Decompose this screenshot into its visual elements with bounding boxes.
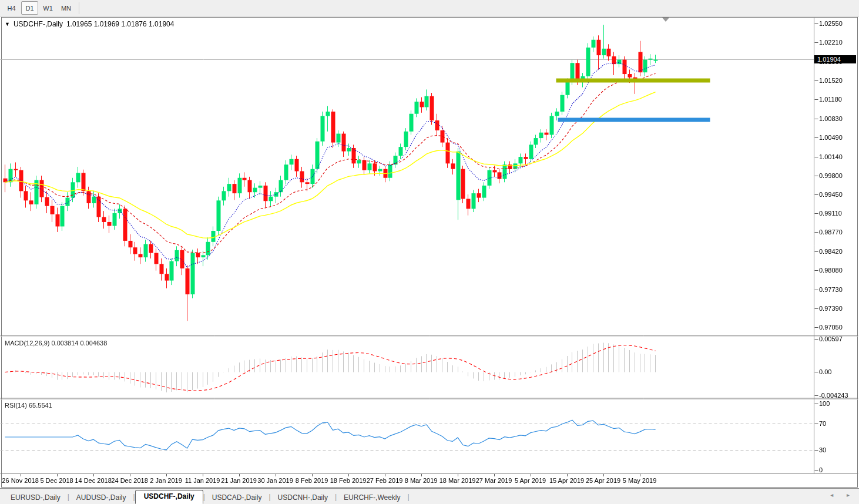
price-axis-label: 1.00140 bbox=[819, 153, 843, 160]
price-axis-label: 0.97390 bbox=[819, 305, 843, 312]
macd-indicator-label: MACD(12,26,9) 0.003814 0.004638 bbox=[5, 340, 107, 347]
date-axis-label: 21 Jan 2019 bbox=[221, 477, 257, 484]
macd-values: 0.003814 0.004638 bbox=[51, 340, 107, 347]
price-axis-label: 1.01520 bbox=[819, 77, 843, 84]
symbol-tab-usdcnh[interactable]: USDCNH-,Daily bbox=[271, 492, 335, 504]
current-price-tag: 1.01904 bbox=[814, 55, 856, 63]
date-axis-label: 15 Apr 2019 bbox=[549, 477, 584, 484]
price-axis-label: 0.97730 bbox=[819, 286, 843, 293]
symbol-tab-eurusd[interactable]: EURUSD-,Daily bbox=[4, 492, 68, 504]
price-chart-canvas[interactable] bbox=[0, 0, 859, 504]
price-axis-label: 0.98770 bbox=[819, 229, 843, 236]
price-axis-label: 0.98420 bbox=[819, 248, 843, 255]
date-axis-label: 26 Nov 2018 bbox=[2, 477, 38, 484]
price-axis-label: 1.02210 bbox=[819, 39, 843, 46]
date-axis-label: 8 Feb 2019 bbox=[296, 477, 328, 484]
macd-axis-label: -0.004243 bbox=[819, 392, 848, 399]
symbol-tab-eurchf[interactable]: EURCHF-,Weekly bbox=[337, 492, 407, 504]
chart-symbol-label: USDCHF-,Daily bbox=[14, 20, 63, 28]
date-axis-label: 11 Jan 2019 bbox=[185, 477, 220, 484]
date-axis-label: 27 Feb 2019 bbox=[367, 477, 403, 484]
price-axis-label: 0.97050 bbox=[819, 324, 843, 331]
date-axis-label: 5 Apr 2019 bbox=[515, 477, 546, 484]
date-axis-label: 2 Jan 2019 bbox=[150, 477, 182, 484]
rsi-axis-label: 0 bbox=[819, 466, 823, 473]
date-axis-label: 27 Mar 2019 bbox=[476, 477, 512, 484]
price-axis-label: 1.01180 bbox=[819, 96, 842, 103]
chart-title: ▼ USDCHF-,Daily 1.01965 1.01969 1.01876 … bbox=[5, 20, 174, 28]
chart-shift-marker-icon[interactable] bbox=[662, 18, 669, 22]
date-axis-label: 30 Jan 2019 bbox=[257, 477, 293, 484]
price-axis-label: 0.99450 bbox=[819, 191, 843, 198]
tab-scroll-arrows[interactable]: ◂ ▸ bbox=[830, 492, 855, 498]
rsi-axis-label: 100 bbox=[819, 400, 830, 407]
rsi-indicator-label: RSI(14) 65.5541 bbox=[5, 402, 52, 409]
rsi-axis-label: 70 bbox=[819, 420, 826, 427]
price-axis-label: 0.98080 bbox=[819, 267, 843, 274]
price-axis-label: 1.02550 bbox=[819, 20, 843, 27]
macd-name: MACD(12,26,9) bbox=[5, 340, 49, 347]
tab-separator: | bbox=[408, 493, 410, 501]
price-axis-label: 1.00490 bbox=[819, 134, 843, 141]
price-axis-label: 1.00830 bbox=[819, 115, 843, 122]
macd-axis-label: 0.00597 bbox=[819, 335, 843, 342]
price-axis-label: 0.99800 bbox=[819, 172, 843, 179]
price-axis-label: 0.99110 bbox=[819, 210, 842, 217]
date-axis-label: 5 May 2019 bbox=[623, 477, 656, 484]
date-axis-label: 25 Apr 2019 bbox=[586, 477, 620, 484]
date-axis-label: 14 Dec 2018 bbox=[75, 477, 111, 484]
rsi-name: RSI(14) bbox=[5, 402, 27, 409]
terminal-window: H4D1W1MN ▼ USDCHF-,Daily 1.01965 1.01969… bbox=[0, 0, 859, 504]
symbol-tab-bar: EURUSD-,Daily|AUDUSD-,Daily|USDCHF-,Dail… bbox=[0, 488, 859, 504]
symbol-tab-audusd[interactable]: AUDUSD-,Daily bbox=[69, 492, 133, 504]
chevron-down-icon[interactable]: ▼ bbox=[5, 21, 10, 27]
chart-ohlc-values: 1.01965 1.01969 1.01876 1.01904 bbox=[66, 20, 175, 28]
rsi-value: 65.5541 bbox=[29, 402, 52, 409]
rsi-axis-label: 30 bbox=[819, 446, 826, 453]
date-axis-label: 18 Feb 2019 bbox=[330, 477, 367, 484]
date-axis-label: 8 Mar 2019 bbox=[405, 477, 438, 484]
date-axis-label: 24 Dec 2018 bbox=[111, 477, 147, 484]
date-axis-label: 18 Mar 2019 bbox=[439, 477, 476, 484]
date-axis-label: 5 Dec 2018 bbox=[40, 477, 73, 484]
symbol-tab-usdcad[interactable]: USDCAD-,Daily bbox=[205, 492, 269, 504]
macd-axis-label: 0.00 bbox=[819, 368, 831, 375]
symbol-tab-usdchf[interactable]: USDCHF-,Daily bbox=[135, 490, 203, 504]
